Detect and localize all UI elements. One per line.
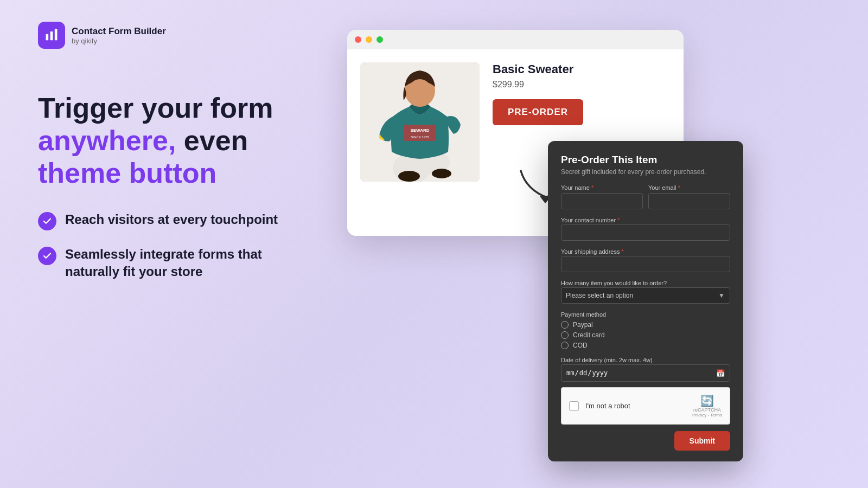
main-headline: Trigger your form anywhere, even theme b… xyxy=(38,92,320,189)
svg-point-12 xyxy=(432,169,451,178)
radio-circle-creditcard xyxy=(561,331,569,339)
radio-label-cod: COD xyxy=(573,342,588,349)
feature-item-1: Reach visitors at every touchpoint xyxy=(38,211,320,230)
product-image: SEWARD SINCE 1978 xyxy=(360,62,480,182)
logo-text: Contact Form Builder by qikify xyxy=(72,26,166,45)
dot-yellow xyxy=(366,36,372,43)
svg-text:SEWARD: SEWARD xyxy=(410,128,429,133)
svg-point-10 xyxy=(408,79,432,105)
dot-green xyxy=(376,36,383,43)
submit-row: Submit xyxy=(561,431,730,451)
email-required: * xyxy=(678,184,680,191)
delivery-row: Date of delivery (min. 2w max. 4w) 📅 xyxy=(561,355,730,382)
form-subtitle: Secret gift included for every pre-order… xyxy=(561,168,730,176)
radio-label-creditcard: Credit card xyxy=(573,331,605,339)
bar-chart-icon xyxy=(44,28,59,43)
quantity-label: How many item you would like to order? xyxy=(561,280,667,286)
captcha-box[interactable]: I'm not a robot 🔄 reCAPTCHA Privacy - Te… xyxy=(561,387,730,425)
feature-text-1: Reach visitors at every touchpoint xyxy=(65,211,278,228)
captcha-right: 🔄 reCAPTCHA Privacy - Terms xyxy=(692,394,722,418)
delivery-date-input[interactable] xyxy=(561,364,730,382)
check-icon-1 xyxy=(38,212,56,230)
radio-label-paypal: Paypal xyxy=(573,321,593,329)
svg-text:SINCE 1978: SINCE 1978 xyxy=(411,136,429,139)
svg-rect-2 xyxy=(55,29,58,40)
captcha-left: I'm not a robot xyxy=(569,401,630,411)
payment-label: Payment method xyxy=(561,311,606,318)
product-svg: SEWARD SINCE 1978 xyxy=(360,62,480,182)
address-row: Your shipping address * xyxy=(561,246,730,272)
payment-radio-group: Paypal Credit card COD xyxy=(561,321,730,349)
product-name: Basic Sweater xyxy=(493,62,671,76)
name-email-row: Your name * Your email * xyxy=(561,184,730,209)
recaptcha-links: Privacy - Terms xyxy=(692,413,722,418)
recaptcha-brand: reCAPTCHA xyxy=(693,407,721,413)
radio-creditcard[interactable]: Credit card xyxy=(561,331,730,339)
headline-rest: even xyxy=(176,125,248,156)
email-input[interactable] xyxy=(648,193,730,209)
contact-row: Your contact number * xyxy=(561,215,730,241)
name-input[interactable] xyxy=(561,193,643,209)
quantity-select[interactable]: Please select an option 1 2 3 xyxy=(561,287,730,304)
product-price: $299.99 xyxy=(493,80,671,89)
captcha-text: I'm not a robot xyxy=(585,402,630,410)
headline-line3: theme button xyxy=(38,157,216,189)
quantity-select-wrapper: Please select an option 1 2 3 ▼ xyxy=(561,287,730,304)
app-title: Contact Form Builder xyxy=(72,26,166,37)
svg-rect-1 xyxy=(50,31,53,40)
payment-row: Payment method Paypal Credit card COD xyxy=(561,309,730,349)
headline-line1: Trigger your form xyxy=(38,92,273,124)
radio-circle-paypal xyxy=(561,321,569,329)
svg-rect-0 xyxy=(46,34,49,41)
feature-list: Reach visitors at every touchpoint Seaml… xyxy=(38,211,320,279)
captcha-checkbox[interactable] xyxy=(569,401,579,411)
logo-icon xyxy=(38,22,65,49)
form-panel: Pre-Order This Item Secret gift included… xyxy=(548,141,743,461)
submit-button[interactable]: Submit xyxy=(674,431,730,451)
left-content: Trigger your form anywhere, even theme b… xyxy=(38,92,320,280)
email-label: Your email * xyxy=(648,184,730,191)
address-input[interactable] xyxy=(561,256,730,272)
contact-label: Your contact number * xyxy=(561,217,620,223)
headline-purple: anywhere, xyxy=(38,125,176,156)
address-label: Your shipping address * xyxy=(561,248,624,255)
radio-cod[interactable]: COD xyxy=(561,342,730,349)
contact-input[interactable] xyxy=(561,224,730,241)
app-subtitle: by qikify xyxy=(72,37,166,45)
feature-text-2: Seamlessly integrate forms thatnaturally… xyxy=(65,246,262,279)
recaptcha-logo-icon: 🔄 xyxy=(700,394,714,407)
svg-point-11 xyxy=(398,171,420,182)
preorder-button[interactable]: PRE-ORDER xyxy=(493,99,583,125)
name-label: Your name * xyxy=(561,184,643,191)
name-required: * xyxy=(591,184,593,191)
feature-item-2: Seamlessly integrate forms thatnaturally… xyxy=(38,246,320,279)
quantity-row: How many item you would like to order? P… xyxy=(561,278,730,304)
logo-area: Contact Form Builder by qikify xyxy=(38,22,166,49)
radio-circle-cod xyxy=(561,342,569,349)
checkmark-svg-1 xyxy=(42,216,52,226)
form-title: Pre-Order This Item xyxy=(561,154,730,166)
check-icon-2 xyxy=(38,247,56,265)
date-input-wrapper: 📅 xyxy=(561,364,730,382)
name-group: Your name * xyxy=(561,184,643,209)
radio-paypal[interactable]: Paypal xyxy=(561,321,730,329)
delivery-label: Date of delivery (min. 2w max. 4w) xyxy=(561,357,653,363)
browser-titlebar xyxy=(347,30,684,49)
email-group: Your email * xyxy=(648,184,730,209)
checkmark-svg-2 xyxy=(42,251,52,261)
dot-red xyxy=(355,36,361,43)
